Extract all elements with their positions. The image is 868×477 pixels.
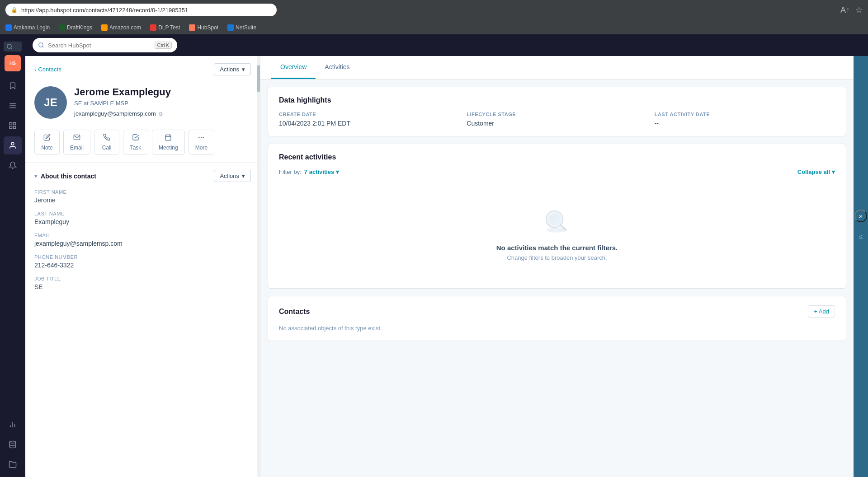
- contact-hero: JE Jerome Exampleguy SE at SAMPLE MSP je…: [25, 79, 260, 126]
- lock-icon: 🔒: [11, 7, 18, 13]
- nav-item-menu[interactable]: [4, 97, 22, 115]
- hubspot-logo[interactable]: HS: [5, 55, 21, 71]
- empty-title: No activities match the current filters.: [496, 244, 618, 252]
- email-icon: [73, 134, 80, 143]
- url-bar[interactable]: 🔒 https://app.hubspot.com/contacts/47122…: [5, 4, 277, 16]
- url-text: https://app.hubspot.com/contacts/4712248…: [21, 7, 188, 14]
- nav-item-reports[interactable]: [4, 416, 22, 434]
- draftkings-icon: [59, 24, 65, 31]
- meeting-button[interactable]: Meeting: [152, 130, 185, 155]
- filter-chevron-icon: ▾: [336, 168, 339, 175]
- about-title: ▾ About this contact: [34, 173, 96, 180]
- tabs-bar: Overview Activities: [260, 56, 854, 80]
- right-sidebar-toggle: » Vi: [854, 56, 868, 477]
- contact-email[interactable]: jexampleguy@samplemsp.com: [74, 110, 156, 117]
- vi-label[interactable]: Vi: [858, 235, 863, 239]
- contact-name: Jerome Exampleguy: [74, 86, 251, 98]
- svg-point-15: [9, 441, 16, 444]
- recent-activities-title: Recent activities: [279, 153, 336, 161]
- field-first-name: First name Jerome: [34, 189, 251, 204]
- field-last-name: Last name Exampleguy: [34, 211, 251, 225]
- nav-item-grid[interactable]: [4, 117, 22, 135]
- profile-icon[interactable]: A↑: [840, 5, 850, 15]
- collapse-about-icon[interactable]: ▾: [34, 173, 37, 179]
- about-actions-button[interactable]: Actions ▾: [214, 170, 251, 182]
- bookmark-amazon[interactable]: Amazon.com: [101, 24, 141, 31]
- expand-sidebar-button[interactable]: »: [854, 210, 867, 222]
- action-buttons-row: Note Email Call: [25, 126, 260, 162]
- atakama-icon: [5, 24, 12, 31]
- field-email: Email jexampleguy@samplemsp.com: [34, 233, 251, 247]
- nav-item-contacts[interactable]: [4, 136, 22, 154]
- back-to-contacts[interactable]: ‹ Contacts: [34, 66, 61, 73]
- contacts-section: Contacts + Add No associated objects of …: [268, 296, 846, 341]
- nav-item-database[interactable]: [4, 435, 22, 454]
- call-button[interactable]: Call: [94, 130, 119, 155]
- contact-avatar: JE: [34, 86, 67, 119]
- bookmark-atakama[interactable]: Atakama Login: [5, 24, 50, 31]
- empty-illustration: [539, 201, 575, 237]
- bookmark-netsuite[interactable]: NetSuite: [227, 24, 256, 31]
- bookmarks-bar: Atakama Login DraftKings Amazon.com DLP …: [0, 20, 868, 34]
- email-button[interactable]: Email: [63, 130, 90, 155]
- more-icon: [198, 134, 205, 143]
- nav-item-bell[interactable]: [4, 156, 22, 174]
- svg-point-27: [548, 213, 561, 225]
- contact-panel-header: ‹ Contacts Actions ▾: [25, 56, 260, 79]
- nav-item-folder[interactable]: [4, 455, 22, 473]
- highlight-lifecycle-stage: LIFECYCLE STAGE Customer: [467, 112, 647, 127]
- svg-point-29: [551, 217, 553, 219]
- recent-activities-section: Recent activities Filter by: 7 activitie…: [268, 144, 846, 289]
- copy-email-icon[interactable]: ⧉: [159, 111, 163, 117]
- contact-panel: ‹ Contacts Actions ▾ JE Jerome Examplegu…: [25, 56, 260, 477]
- filter-row: Filter by: 7 activities ▾ Collapse all ▾: [279, 168, 835, 175]
- svg-line-1: [11, 48, 12, 49]
- field-job-title: Job title SE: [34, 276, 251, 290]
- contact-email-row: jexampleguy@samplemsp.com ⧉: [74, 110, 251, 117]
- bookmark-hubspot[interactable]: HubSpot: [189, 24, 218, 31]
- svg-point-16: [39, 43, 43, 47]
- svg-rect-10: [14, 126, 16, 129]
- empty-state: No activities match the current filters.…: [279, 182, 835, 279]
- top-search-area: Ctrl K: [25, 34, 868, 56]
- svg-rect-18: [165, 135, 171, 140]
- empty-subtitle: Change filters to broaden your search.: [507, 254, 607, 261]
- search-input[interactable]: [48, 42, 151, 49]
- double-chevron-right-icon: »: [859, 212, 863, 220]
- contacts-section-title: Contacts: [279, 308, 310, 316]
- dlp-icon: [150, 24, 156, 31]
- task-button[interactable]: Task: [123, 130, 148, 155]
- more-button[interactable]: More: [189, 130, 214, 155]
- search-bar[interactable]: [4, 42, 22, 51]
- note-icon: [43, 134, 51, 143]
- task-icon: [132, 134, 139, 143]
- highlights-grid: CREATE DATE 10/04/2023 2:01 PM EDT LIFEC…: [279, 112, 835, 127]
- collapse-chevron-icon: ▾: [832, 168, 835, 175]
- highlight-last-activity: LAST ACTIVITY DATE --: [655, 112, 835, 127]
- collapse-all-button[interactable]: Collapse all ▾: [797, 168, 835, 175]
- star-icon[interactable]: ☆: [855, 5, 863, 15]
- svg-point-22: [201, 137, 202, 137]
- about-section: ▾ About this contact Actions ▾ First nam…: [25, 162, 260, 305]
- bookmark-draftkings[interactable]: DraftKings: [59, 24, 92, 31]
- hubspot-icon: [189, 24, 195, 31]
- contact-actions-button[interactable]: Actions ▾: [214, 63, 251, 75]
- meeting-icon: [165, 134, 172, 143]
- call-icon: [103, 134, 110, 143]
- highlight-create-date: CREATE DATE 10/04/2023 2:01 PM EDT: [279, 112, 459, 127]
- filter-activities-button[interactable]: 7 activities ▾: [304, 168, 340, 175]
- tab-overview[interactable]: Overview: [271, 56, 316, 79]
- search-input-wrapper[interactable]: Ctrl K: [33, 38, 177, 52]
- svg-point-30: [555, 216, 557, 218]
- chevron-left-icon: ‹: [34, 66, 36, 73]
- bookmark-dlp[interactable]: DLP Test: [150, 24, 180, 31]
- note-button[interactable]: Note: [34, 130, 60, 155]
- about-header: ▾ About this contact Actions ▾: [34, 170, 251, 182]
- keyboard-shortcut: Ctrl K: [155, 42, 172, 49]
- tab-activities[interactable]: Activities: [316, 56, 359, 79]
- filter-label: Filter by:: [279, 168, 302, 175]
- add-contact-button[interactable]: + Add: [808, 305, 835, 318]
- nav-item-bookmark[interactable]: [4, 77, 22, 95]
- svg-rect-8: [14, 122, 16, 125]
- svg-point-23: [203, 137, 203, 137]
